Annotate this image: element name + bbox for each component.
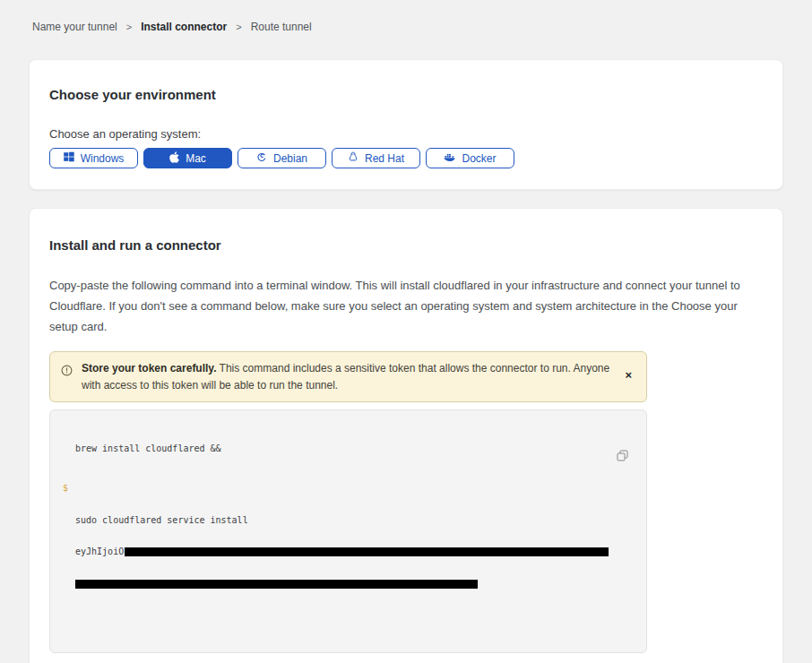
shell-prompt: $	[63, 483, 68, 494]
os-button-docker[interactable]: Docker	[426, 148, 514, 168]
copy-icon[interactable]	[595, 435, 630, 479]
close-icon[interactable]: ×	[621, 367, 635, 383]
os-button-debian[interactable]: Debian	[238, 148, 326, 168]
breadcrumb-route-tunnel[interactable]: Route tunnel	[251, 21, 312, 33]
token-warning-banner: Store your token carefully. This command…	[49, 351, 647, 402]
redhat-icon	[348, 151, 358, 166]
breadcrumb-install-connector[interactable]: Install connector	[141, 21, 227, 33]
apple-icon	[169, 151, 179, 166]
docker-icon	[444, 152, 455, 165]
breadcrumb-separator: >	[126, 22, 132, 32]
breadcrumb-name-your-tunnel[interactable]: Name your tunnel	[32, 21, 117, 33]
install-description: Copy-paste the following command into a …	[49, 276, 763, 337]
os-button-label: Mac	[186, 152, 206, 165]
token-warning-text: Store your token carefully. This command…	[82, 360, 612, 393]
environment-card-title: Choose your environment	[49, 87, 763, 102]
debian-icon	[256, 151, 267, 165]
os-button-label: Windows	[81, 152, 125, 165]
os-button-group: Windows Mac Debian	[49, 148, 763, 168]
breadcrumb: Name your tunnel > Install connector > R…	[0, 0, 812, 33]
install-card: Install and run a connector Copy-paste t…	[29, 208, 783, 663]
install-card-title: Install and run a connector	[49, 237, 763, 253]
os-button-redhat[interactable]: Red Hat	[332, 148, 420, 168]
os-select-label: Choose an operating system:	[49, 127, 763, 141]
redacted-token-bar	[125, 547, 609, 556]
code-line-sudo: sudo cloudflared service install	[75, 515, 610, 526]
os-button-mac[interactable]: Mac	[143, 148, 232, 168]
alert-circle-icon	[61, 365, 73, 382]
os-button-label: Debian	[273, 152, 307, 165]
windows-icon	[64, 151, 74, 165]
code-group-service-install: $ sudo cloudflared service install eyJhI…	[75, 483, 610, 610]
environment-card: Choose your environment Choose an operat…	[29, 59, 783, 190]
code-line-brew: brew install cloudflared &&	[75, 443, 610, 454]
os-button-windows[interactable]: Windows	[49, 148, 138, 168]
code-line-token: eyJhIjoiO	[75, 547, 610, 557]
token-prefix: eyJhIjoiO	[75, 547, 124, 556]
os-button-label: Red Hat	[365, 152, 404, 165]
redacted-token-bar	[75, 580, 478, 589]
os-button-label: Docker	[462, 152, 496, 165]
token-warning-bold: Store your token carefully.	[82, 362, 217, 375]
install-command-codeblock: brew install cloudflared && $ sudo cloud…	[49, 409, 647, 653]
code-line-token-2	[75, 579, 610, 590]
breadcrumb-separator: >	[236, 22, 241, 32]
